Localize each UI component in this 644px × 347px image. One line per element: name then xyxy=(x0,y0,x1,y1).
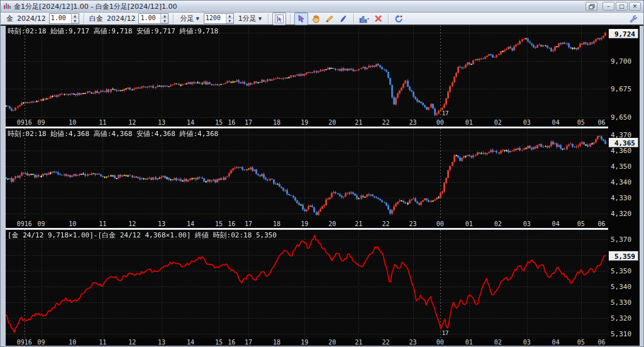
chart-style-button[interactable] xyxy=(358,13,370,25)
price-axis-tick: 5,330 xyxy=(611,299,631,307)
spread-time-axis[interactable]: 0916091011121314151617181920212223000102… xyxy=(6,338,608,346)
spread-readout: [金 24/12 9,718×1.00]-[白金 24/12 4,368×1.0… xyxy=(8,230,277,240)
time-axis-tick: 19 xyxy=(301,339,308,346)
time-axis-tick: 13 xyxy=(158,339,165,346)
time-axis-tick: 16 xyxy=(228,119,235,126)
gold-multiplier-spinner[interactable]: 1.00 ▲▼ xyxy=(49,13,79,24)
time-axis-tick: 18 xyxy=(273,339,280,346)
bar-type-dropdown[interactable]: 分足 ▼ xyxy=(177,13,201,24)
platinum-multiplier-spinner[interactable]: 1.00 ▲▼ xyxy=(138,13,169,24)
red-x-icon xyxy=(374,14,382,23)
bar-count-spinner[interactable]: 1200 ▲▼ xyxy=(204,13,234,24)
price-axis-tick: 4,330 xyxy=(611,194,631,202)
time-axis-tick: 10 xyxy=(69,220,76,227)
platinum-symbol-label: 白金 xyxy=(89,14,103,23)
time-axis-tick: 00 xyxy=(436,339,444,346)
delete-drawings-button[interactable] xyxy=(372,13,384,25)
toolbar-separator xyxy=(353,14,354,24)
time-axis-tick: 17 xyxy=(245,119,252,126)
time-axis-tick: 15 xyxy=(215,119,223,126)
window-right-border xyxy=(640,26,644,347)
price-axis-tick: 4,350 xyxy=(611,162,631,171)
select-tool-button[interactable] xyxy=(294,13,308,25)
time-axis-tick: 03 xyxy=(523,119,531,126)
time-axis-tick: 20 xyxy=(328,339,336,346)
time-axis-tick: 14 xyxy=(187,119,194,126)
time-axis-tick: 22 xyxy=(382,339,389,346)
spin-down-icon[interactable]: ▼ xyxy=(161,19,168,24)
price-axis-tick: 5,320 xyxy=(611,314,631,322)
window-title: 金1分足[2024/12]1.00 - 白金1分足[2024/12]1.00 xyxy=(14,2,584,11)
pencil-tool-button[interactable] xyxy=(323,13,336,25)
time-axis-tick: 02 xyxy=(494,339,502,346)
refresh-button[interactable] xyxy=(392,13,405,25)
toolbar-separator xyxy=(173,14,174,24)
platinum-contract-month: 2024/12 xyxy=(107,14,136,23)
float-window-button[interactable] xyxy=(586,2,597,11)
gold-time-axis[interactable]: 0916091011121314151617181920212223000102… xyxy=(6,118,608,127)
platinum-time-axis[interactable]: 0916091011121314151617181920212223000102… xyxy=(6,220,608,228)
time-axis-tick: 23 xyxy=(409,339,417,346)
spin-up-icon[interactable]: ▲ xyxy=(226,14,233,19)
time-axis-tick: 09 xyxy=(37,119,45,126)
price-axis-tick: 9,650 xyxy=(611,113,631,122)
interval-dropdown[interactable]: 1分足 ▼ xyxy=(236,13,264,24)
price-axis-tick: 5,340 xyxy=(611,283,631,291)
window-left-border xyxy=(1,26,6,347)
time-axis-tick: 12 xyxy=(128,119,136,126)
time-axis-tick: 04 xyxy=(552,119,560,126)
pen-tool-button[interactable] xyxy=(337,13,350,25)
price-axis-tick: 4,340 xyxy=(611,178,631,186)
toolbar-separator xyxy=(268,14,269,24)
time-axis-tick: 04 xyxy=(552,339,560,346)
maximize-button[interactable]: □ xyxy=(616,2,628,11)
minimize-button[interactable]: – xyxy=(602,2,614,11)
spread-chart-pane[interactable]: [金 24/12 9,718×1.00]-[白金 24/12 4,368×1.0… xyxy=(6,230,608,338)
chart-cursor-button[interactable] xyxy=(272,13,286,25)
time-axis-tick: 01 xyxy=(465,119,473,126)
time-axis-tick: 17 xyxy=(245,220,252,227)
platinum-chart-pane[interactable]: 時刻:02:18 始値:4,368 高値:4,368 安値:4,368 終値:4… xyxy=(6,128,608,220)
overlapping-windows-icon xyxy=(589,4,595,9)
close-button[interactable]: ✕ xyxy=(629,2,641,11)
spin-down-icon[interactable]: ▼ xyxy=(72,19,79,24)
gold-multiplier-value[interactable]: 1.00 xyxy=(50,14,71,23)
settings-wrench-button[interactable] xyxy=(626,13,639,25)
spin-up-icon[interactable]: ▲ xyxy=(161,14,168,19)
pan-tool-button[interactable] xyxy=(309,13,322,25)
price-axis-tick: 5,370 xyxy=(611,236,631,244)
time-axis-tick: 09 xyxy=(37,220,45,227)
time-axis-tick: 02 xyxy=(494,119,502,126)
last-price-badge: 4,365 xyxy=(609,138,638,147)
time-axis-tick: 21 xyxy=(355,220,362,227)
gold-contract-month: 2024/12 xyxy=(17,14,46,23)
time-axis-tick: 12 xyxy=(128,220,136,227)
time-axis-tick: 12 xyxy=(128,339,136,346)
last-price-badge: 5,359 xyxy=(609,251,638,261)
time-axis-tick: 15 xyxy=(215,339,223,346)
bar-count-value[interactable]: 1200 xyxy=(204,14,226,23)
time-axis-tick: 00 xyxy=(436,220,444,227)
time-axis-tick: 01 xyxy=(465,339,473,346)
title-bar[interactable]: 金1分足[2024/12]1.00 - 白金1分足[2024/12]1.00 –… xyxy=(1,1,643,13)
pencil-icon xyxy=(325,14,334,23)
spin-down-icon[interactable]: ▼ xyxy=(226,19,233,24)
spin-up-icon[interactable]: ▲ xyxy=(72,14,79,19)
price-axis-tick: 5,350 xyxy=(611,267,631,275)
time-axis-tick: 03 xyxy=(523,220,531,227)
toolbar-separator xyxy=(84,14,84,24)
price-axis-column[interactable]: 9,7259,7009,6759,6509,7244,3704,3604,350… xyxy=(608,26,640,346)
time-axis-tick: 0916 xyxy=(17,220,32,227)
time-axis-tick: 23 xyxy=(409,119,417,126)
price-axis-tick: 9,700 xyxy=(611,57,631,65)
pen-icon xyxy=(339,14,348,23)
time-axis-tick: 03 xyxy=(523,339,531,346)
time-axis-tick: 23 xyxy=(409,220,417,227)
chart-window: 金1分足[2024/12]1.00 - 白金1分足[2024/12]1.00 –… xyxy=(0,0,644,347)
platinum-multiplier-value[interactable]: 1.00 xyxy=(139,14,160,23)
time-axis-tick: 22 xyxy=(382,220,389,227)
gold-chart-pane[interactable]: 時刻:02:18 始値:9,717 高値:9,718 安値:9,717 終値:9… xyxy=(6,26,608,118)
toolbar-separator xyxy=(290,14,291,24)
platinum-ohlc-readout: 時刻:02:18 始値:4,368 高値:4,368 安値:4,368 終値:4… xyxy=(8,129,218,139)
time-axis-tick: 06 xyxy=(597,339,605,346)
